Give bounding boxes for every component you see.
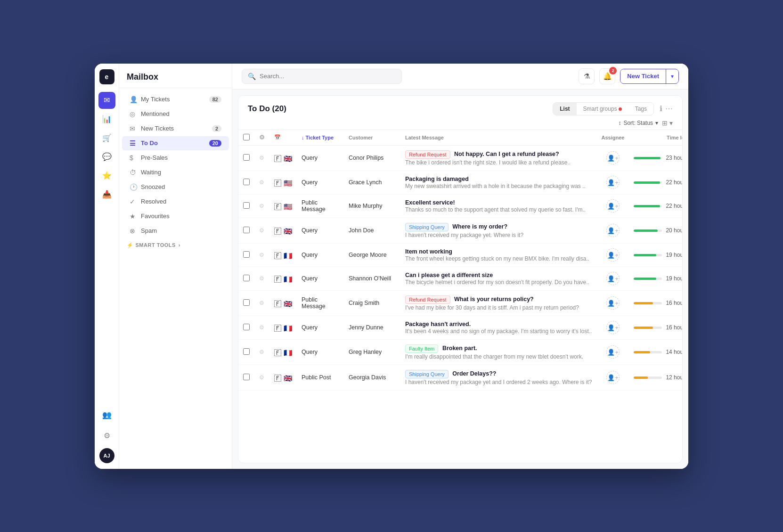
sidebar-item-snoozed[interactable]: 🕐 Snoozed <box>122 180 229 194</box>
tab-list[interactable]: List <box>553 103 576 115</box>
sidebar-item-spam[interactable]: ⊗ Spam <box>122 224 229 238</box>
assign-button[interactable]: 👤+ <box>606 296 620 310</box>
message-subject: Package hasn't arrived. <box>405 321 471 327</box>
row-checkbox[interactable] <box>243 227 250 233</box>
platform-icon: 🇫 <box>274 180 283 185</box>
header-customer[interactable]: Customer <box>344 130 400 146</box>
platform-icon: 🇫 <box>274 325 283 330</box>
table-row[interactable]: ⚙ 🇫 🇫🇷 Query Jenny Dunne Package hasn't … <box>238 316 683 339</box>
rail-mailbox[interactable]: ✉ <box>98 92 115 109</box>
table-row[interactable]: ⚙ 🇫 🇬🇧 Query John Doe Shipping Query Whe… <box>238 218 683 243</box>
header-time-left[interactable]: Time left <box>629 130 683 146</box>
time-bar-wrapper: 12 hours <box>634 374 683 381</box>
sort-button[interactable]: ↕ Sort: Status ▾ <box>618 120 658 126</box>
sidebar-item-new-tickets[interactable]: ✉ New Tickets 2 <box>122 122 229 136</box>
row-checkbox[interactable] <box>243 348 250 355</box>
icon-rail: e ✉ 📊 🛒 💬 ⭐ 📥 👥 ⚙ AJ <box>95 64 119 469</box>
tab-smart-groups[interactable]: Smart groups <box>577 103 628 115</box>
row-checkbox[interactable] <box>243 275 250 281</box>
sidebar-item-favourites[interactable]: ★ Favourites <box>122 209 229 223</box>
assign-button[interactable]: 👤+ <box>606 151 620 164</box>
sidebar-item-to-do[interactable]: ☰ To Do 20 <box>122 136 229 150</box>
waiting-icon: ⏱ <box>130 169 137 176</box>
row-flags: 🇫 🇫🇷 <box>274 349 292 355</box>
row-checkbox[interactable] <box>243 299 250 306</box>
table-row[interactable]: ⚙ 🇫 🇺🇸 Query Grace Lynch Packaging is da… <box>238 171 683 194</box>
sort-bar: ↕ Sort: Status ▾ ⊞ ▾ <box>238 115 682 130</box>
more-options-icon[interactable]: ⋯ <box>665 104 673 113</box>
assign-button[interactable]: 👤+ <box>606 321 620 334</box>
rail-chat[interactable]: 💬 <box>98 148 115 165</box>
search-input[interactable] <box>260 73 396 80</box>
sidebar-item-mentioned[interactable]: ◎ Mentioned <box>122 107 229 121</box>
row-checkbox[interactable] <box>243 179 250 185</box>
filter-button[interactable]: ⚗ <box>579 68 595 84</box>
assign-button[interactable]: 👤+ <box>606 371 620 384</box>
ticket-type-label: Query <box>302 252 318 258</box>
table-row[interactable]: ⚙ 🇫 🇺🇸 Public Message Mike Murphy Excell… <box>238 194 683 218</box>
assign-button[interactable]: 👤+ <box>606 248 620 262</box>
time-bar-wrapper: 16 hours <box>634 324 683 331</box>
assign-button[interactable]: 👤+ <box>606 272 620 285</box>
tab-tags[interactable]: Tags <box>628 103 653 115</box>
table-row[interactable]: ⚙ 🇫 🇬🇧 Public Post Georgia Davis Shippin… <box>238 365 683 390</box>
new-ticket-button[interactable]: New Ticket ▾ <box>620 69 679 84</box>
ticket-assignee-cell: 👤+ <box>597 290 629 316</box>
table-row[interactable]: ⚙ 🇫 🇫🇷 Query Greg Hanley Faulty Item Bro… <box>238 339 683 365</box>
ticket-message-cell: Shipping Query Order Delays?? I haven't … <box>400 365 597 390</box>
ticket-customer-cell: Shannon O'Neill <box>344 267 400 290</box>
message-subject: Packaging is damaged <box>405 176 469 182</box>
table-row[interactable]: ⚙ 🇫 🇬🇧 Query Conor Philips Refund Reques… <box>238 145 683 171</box>
smart-tools-section[interactable]: ⚡ SMART TOOLS › <box>119 238 232 252</box>
sidebar-item-label: Resolved <box>141 198 166 205</box>
country-flag-icon: 🇫🇷 <box>284 276 292 281</box>
assign-button[interactable]: 👤+ <box>606 345 620 359</box>
user-avatar[interactable]: AJ <box>99 448 114 463</box>
header-ticket-type[interactable]: ↓ Ticket Type <box>297 130 344 146</box>
header-actions: ℹ ⋯ <box>660 104 673 113</box>
rail-users[interactable]: 👥 <box>98 407 115 424</box>
header-assignee[interactable]: Assignee <box>597 130 629 146</box>
rail-cart[interactable]: 🛒 <box>98 130 115 147</box>
assign-button[interactable]: 👤+ <box>606 199 620 213</box>
platform-icon: 🇫 <box>274 252 283 258</box>
header-latest-message[interactable]: Latest Message <box>400 130 597 146</box>
table-row[interactable]: ⚙ 🇫 🇬🇧 Public Message Craig Smith Refund… <box>238 290 683 316</box>
add-person-icon: 👤+ <box>607 300 619 307</box>
row-checkbox[interactable] <box>243 202 250 209</box>
info-icon[interactable]: ℹ <box>660 104 662 113</box>
notifications-button[interactable]: 🔔 2 <box>599 68 615 84</box>
country-flag-icon: 🇬🇧 <box>284 300 292 306</box>
rail-settings[interactable]: ⚙ <box>98 427 115 444</box>
add-person-icon: 👤+ <box>607 374 619 381</box>
ticket-type-label: Query <box>302 324 318 331</box>
tab-group: List Smart groups Tags <box>553 102 654 115</box>
rail-analytics[interactable]: 📊 <box>98 111 115 128</box>
sidebar-item-resolved[interactable]: ✓ Resolved <box>122 195 229 209</box>
assign-button[interactable]: 👤+ <box>606 176 620 189</box>
sidebar-item-label: Favourites <box>141 213 170 220</box>
chevron-down-icon[interactable]: ▾ <box>666 70 678 83</box>
assign-button[interactable]: 👤+ <box>606 224 620 237</box>
time-label: 20 hours <box>666 227 683 234</box>
rail-inbox[interactable]: 📥 <box>98 186 115 203</box>
row-gear-icon: ⚙ <box>259 227 264 234</box>
table-row[interactable]: ⚙ 🇫 🇫🇷 Query George Moore Item not worki… <box>238 243 683 267</box>
row-gear-icon: ⚙ <box>259 179 264 186</box>
row-checkbox[interactable] <box>243 324 250 330</box>
time-label: 19 hours <box>666 252 683 258</box>
sidebar-item-my-tickets[interactable]: 👤 My Tickets 82 <box>122 92 229 106</box>
row-checkbox[interactable] <box>243 251 250 258</box>
row-checkbox-cell <box>238 267 254 290</box>
sidebar-item-waiting[interactable]: ⏱ Waiting <box>122 165 229 180</box>
row-checkbox[interactable] <box>243 374 250 380</box>
row-checkbox[interactable] <box>243 154 250 161</box>
table-row[interactable]: ⚙ 🇫 🇫🇷 Query Shannon O'Neill Can i pleas… <box>238 267 683 290</box>
sidebar-nav: 👤 My Tickets 82 ◎ Mentioned ✉ New Ticket… <box>119 88 232 469</box>
header-gear-cell: ⚙ <box>254 130 269 146</box>
sidebar-item-pre-sales[interactable]: $ Pre-Sales <box>122 151 229 165</box>
select-all-checkbox[interactable] <box>243 134 250 140</box>
grid-view-icon[interactable]: ⊞ ▾ <box>662 119 673 127</box>
sidebar-item-label: Mentioned <box>141 110 170 117</box>
rail-star[interactable]: ⭐ <box>98 167 115 184</box>
